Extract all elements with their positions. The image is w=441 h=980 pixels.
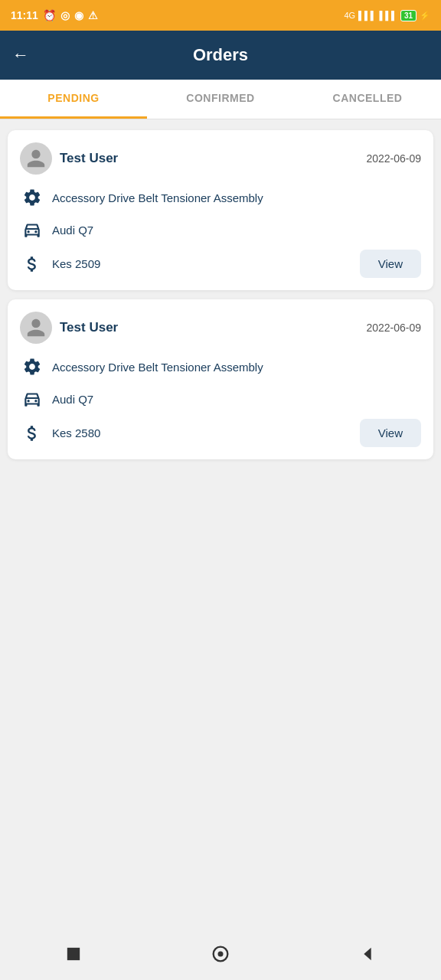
- back-nav-button[interactable]: [357, 943, 378, 965]
- location-icon: ◉: [74, 9, 83, 21]
- tab-confirmed[interactable]: CONFIRMED: [147, 80, 294, 119]
- svg-point-0: [28, 230, 30, 233]
- order-card: Test User 2022-06-09 Accessory Drive Bel…: [8, 130, 433, 290]
- part-detail: Accessory Drive Belt Tensioner Assembly: [20, 185, 421, 210]
- part-name: Accessory Drive Belt Tensioner Assembly: [52, 191, 263, 204]
- order-date: 2022-06-09: [366, 322, 421, 334]
- page-title: Orders: [193, 45, 248, 65]
- price: Kes 2509: [52, 257, 100, 270]
- gear-icon: [20, 354, 44, 379]
- tab-cancelled[interactable]: CANCELLED: [294, 80, 441, 119]
- price: Kes 2580: [52, 426, 100, 439]
- view-button[interactable]: View: [360, 419, 421, 447]
- car-detail: Audi Q7: [20, 387, 421, 411]
- header: ← Orders: [0, 31, 441, 80]
- car-detail: Audi Q7: [20, 217, 421, 242]
- wifi-icon: ▌▌▌: [379, 11, 397, 20]
- avatar: [20, 142, 52, 175]
- part-detail: Accessory Drive Belt Tensioner Assembly: [20, 354, 421, 379]
- order-user: Test User: [20, 312, 118, 344]
- avatar: [20, 312, 52, 344]
- network-icon: ◎: [60, 9, 70, 21]
- bottom-nav: [0, 931, 441, 980]
- money-icon: [20, 421, 44, 446]
- svg-point-1: [34, 230, 37, 233]
- order-footer: Kes 2580 View: [20, 419, 421, 447]
- order-footer: Kes 2509 View: [20, 250, 421, 278]
- car-model: Audi Q7: [52, 224, 93, 237]
- tabs-bar: PENDING CONFIRMED CANCELLED: [0, 80, 441, 119]
- order-header: Test User 2022-06-09: [20, 142, 421, 175]
- status-bar: 11:11 ⏰ ◎ ◉ ⚠ 4G ▌▌▌ ▌▌▌ 31 ⚡: [0, 0, 441, 31]
- car-icon: [20, 217, 44, 242]
- user-name: Test User: [60, 151, 118, 166]
- charging-icon: ⚡: [420, 11, 430, 21]
- car-model: Audi Q7: [52, 393, 93, 406]
- status-time: 11:11 ⏰ ◎ ◉ ⚠: [11, 9, 98, 21]
- alarm-icon: ⏰: [43, 9, 56, 21]
- svg-rect-4: [67, 948, 80, 960]
- svg-point-3: [34, 400, 37, 402]
- status-icons: 4G ▌▌▌ ▌▌▌ 31 ⚡: [344, 10, 430, 21]
- view-button[interactable]: View: [360, 250, 421, 278]
- orders-list: Test User 2022-06-09 Accessory Drive Bel…: [0, 119, 441, 931]
- battery-indicator: 31: [400, 10, 416, 21]
- gear-icon: [20, 185, 44, 210]
- part-name: Accessory Drive Belt Tensioner Assembly: [52, 361, 263, 374]
- stop-button[interactable]: [63, 943, 84, 965]
- svg-point-2: [28, 400, 30, 402]
- svg-marker-7: [364, 948, 371, 960]
- user-name: Test User: [60, 320, 118, 335]
- order-header: Test User 2022-06-09: [20, 312, 421, 344]
- order-card: Test User 2022-06-09 Accessory Drive Bel…: [8, 299, 433, 459]
- order-user: Test User: [20, 142, 118, 175]
- tab-pending[interactable]: PENDING: [0, 80, 147, 119]
- price-detail: Kes 2509: [20, 252, 100, 276]
- time-label: 11:11: [11, 9, 38, 21]
- back-button[interactable]: ←: [12, 45, 29, 65]
- signal-bars-icon: ▌▌▌: [358, 11, 376, 20]
- home-button[interactable]: [210, 943, 231, 965]
- money-icon: [20, 252, 44, 276]
- signal-4g-icon: 4G: [344, 11, 355, 20]
- price-detail: Kes 2580: [20, 421, 100, 446]
- order-date: 2022-06-09: [366, 152, 421, 165]
- warning-icon: ⚠: [88, 9, 98, 21]
- car-icon: [20, 387, 44, 411]
- svg-point-6: [218, 952, 224, 957]
